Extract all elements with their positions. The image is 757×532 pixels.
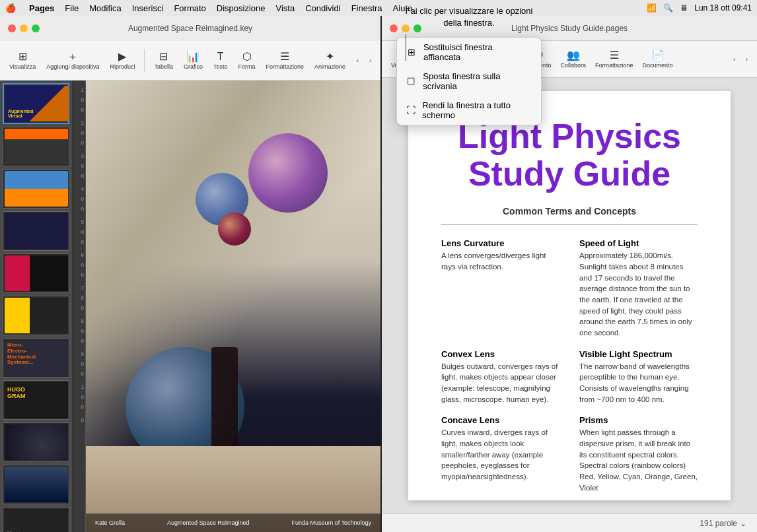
prev-icon: ‹: [357, 57, 359, 64]
menu-modifica[interactable]: Modifica: [89, 3, 121, 13]
toolbar-animazione-label: Animazione: [314, 63, 345, 70]
toolbar-animazione[interactable]: ✦ Animazione: [310, 49, 349, 73]
keynote-traffic-lights: [8, 24, 40, 32]
pages-document[interactable]: Light Physics Study Guide Common Terms a…: [408, 91, 731, 500]
keynote-main-content: 1 AugmentedVirtual 2 3 4 5: [0, 81, 380, 532]
menu-vista[interactable]: Vista: [275, 3, 295, 13]
pages-close-button[interactable]: [390, 24, 398, 32]
toolbar-riproduci-label: Riproduci: [110, 63, 135, 70]
pages-toolbar-documento[interactable]: 📄 Documento: [638, 48, 676, 71]
caption-left: Kate Grella: [95, 519, 125, 526]
slide-thumb-9[interactable]: 9: [3, 422, 69, 462]
term-speed-of-light: Speed of Light Approximately 186,000mi/s…: [579, 238, 698, 338]
slide-thumb-2[interactable]: 2: [3, 127, 69, 166]
close-button[interactable]: [8, 24, 16, 32]
toolbar-testo-label: Testo: [213, 63, 228, 70]
slide-thumb-11[interactable]: 11 MovingForward: [3, 507, 69, 532]
pages-toolbar-next[interactable]: ›: [742, 53, 752, 65]
slide-thumb-7[interactable]: 7 Micro-Electro-MechanicalSystems...: [3, 338, 69, 378]
keynote-main-slide[interactable]: Kate Grella Augmented Space Reimagined F…: [86, 81, 380, 532]
ruler-mark-3: 0: [81, 107, 84, 113]
caption-right: Funda Museum of Technology: [292, 519, 371, 526]
pages-toolbar-doc-label: Documento: [642, 62, 672, 69]
pages-toolbar-formattazione[interactable]: ☰ Formattazione: [591, 48, 637, 71]
menu-item-sposta-label: Sposta finestra sulla scrivania: [423, 71, 532, 91]
menu-inserisci[interactable]: Inserisci: [132, 3, 164, 13]
toolbar-forma[interactable]: ⬡ Forma: [234, 49, 260, 73]
term-lens-curvature-title: Lens Curvature: [441, 238, 559, 248]
toolbar-riproduci[interactable]: ▶ Riproduci: [106, 49, 139, 73]
tooltip-pointer-line: [406, 34, 406, 61]
toolbar-tabella-label: Tabella: [154, 63, 173, 70]
toolbar-visualizza[interactable]: ⊞ Visualizza: [5, 49, 40, 73]
keynote-titlebar: Augmented Space Reimagined.key: [0, 16, 380, 41]
word-count-container[interactable]: 191 parole ⌄: [700, 519, 746, 528]
term-prisms-def: When light passes through a dispersive p…: [579, 427, 698, 493]
toolbar-aggiungi-diapositiva[interactable]: ＋ Aggiungi diapositiva: [42, 49, 103, 73]
window-options-menu: ⊞ Sostituisci finestra affiancata ☐ Spos…: [396, 37, 542, 125]
pages-toolbar-prev[interactable]: ‹: [729, 53, 739, 65]
slide-preview-10: [5, 467, 68, 502]
slide-thumb-5[interactable]: 5: [3, 253, 69, 293]
ruler-mark-11: 0: [81, 196, 84, 202]
pages-toolbar-collabora[interactable]: 👥 Collabora: [556, 48, 590, 71]
toolbar-prev[interactable]: ‹: [353, 55, 363, 67]
slide-thumb-1[interactable]: 1 AugmentedVirtual: [3, 83, 69, 124]
ruler-mark-5: 0: [81, 130, 84, 136]
add-slide-icon: ＋: [67, 51, 78, 62]
ruler-mark-16: 6: [81, 252, 84, 258]
menu-bar: 🍎 Pages File Modifica Inserisci Formato …: [0, 0, 757, 16]
search-icon[interactable]: 🔍: [663, 3, 673, 13]
ruler-mark-31: 0: [81, 417, 84, 423]
minimize-button[interactable]: [20, 24, 28, 32]
toolbar-formattazione[interactable]: ☰ Formattazione: [262, 49, 308, 73]
slide-thumb-8[interactable]: 8 HUGOGRAM: [3, 380, 69, 420]
slide-preview-1: AugmentedVirtual: [5, 86, 69, 121]
fullscreen-button[interactable]: [32, 24, 40, 32]
move-desktop-icon: ☐: [406, 76, 416, 86]
slide-panel[interactable]: 1 AugmentedVirtual 2 3 4 5: [0, 81, 73, 532]
view-icon: ⊞: [18, 51, 27, 62]
menu-item-fullscreen[interactable]: ⛶ Rendi la finestra a tutto schermo: [397, 96, 541, 125]
document-title: Light Physics Study Guide: [441, 117, 698, 193]
slide-thumb-10[interactable]: 10: [3, 465, 69, 504]
slide-thumb-4[interactable]: 4: [3, 211, 69, 251]
document-divider: [441, 224, 698, 225]
toolbar-next[interactable]: ›: [365, 55, 375, 67]
slide-preview-7: Micro-Electro-MechanicalSystems...: [5, 340, 68, 376]
pages-prev-icon: ‹: [733, 56, 735, 63]
slide-person-silhouette: [211, 347, 238, 453]
apple-menu[interactable]: 🍎: [5, 3, 16, 13]
slide-thumb-3[interactable]: 3: [3, 169, 69, 209]
ruler-mark-19: 7: [81, 285, 84, 291]
ruler-mark-29: 0: [81, 394, 84, 400]
menu-formato[interactable]: Formato: [174, 3, 205, 13]
term-concave-def: Curves inward, diverges rays of light, m…: [441, 427, 559, 482]
menu-file[interactable]: File: [65, 3, 79, 13]
toolbar-grafico[interactable]: 📊 Grafico: [180, 49, 207, 73]
menu-pages[interactable]: Pages: [29, 3, 54, 13]
ruler-mark-7: 3: [81, 153, 84, 159]
menu-condividi[interactable]: Condividi: [305, 3, 340, 13]
word-count-chevron: ⌄: [740, 519, 746, 528]
ruler-mark-14: 0: [81, 229, 84, 235]
control-center-icon[interactable]: 🖥: [680, 3, 688, 13]
term-visible-def: The narrow band of wavelengths perceptib…: [579, 361, 698, 405]
menu-item-sostituisci[interactable]: ⊞ Sostituisci finestra affiancata: [397, 38, 541, 67]
toolbar-formattazione-label: Formattazione: [266, 63, 305, 70]
menu-item-sposta[interactable]: ☐ Sposta finestra sulla scrivania: [397, 67, 541, 96]
term-convex-def: Bulges outward, converges rays of light,…: [441, 361, 559, 405]
ruler-mark-15: 0: [81, 239, 84, 245]
pages-toolbar-format-label: Formattazione: [595, 62, 633, 69]
play-icon: ▶: [118, 51, 126, 62]
ruler-mark-9: 0: [81, 173, 84, 179]
toolbar-tabella[interactable]: ⊟ Tabella: [150, 49, 177, 73]
tooltip-text: Fai clic per visualizzare le opzioni del…: [406, 6, 533, 28]
menu-disposizione[interactable]: Disposizione: [217, 3, 266, 13]
slide-sphere-large-purple: [248, 133, 328, 213]
slide-thumb-6[interactable]: 6: [3, 296, 69, 335]
menu-finestra[interactable]: Finestra: [351, 3, 382, 13]
term-visible-title: Visible Light Spectrum: [579, 349, 698, 359]
ruler-mark-8: 0: [81, 163, 84, 169]
toolbar-testo[interactable]: T Testo: [209, 49, 232, 73]
